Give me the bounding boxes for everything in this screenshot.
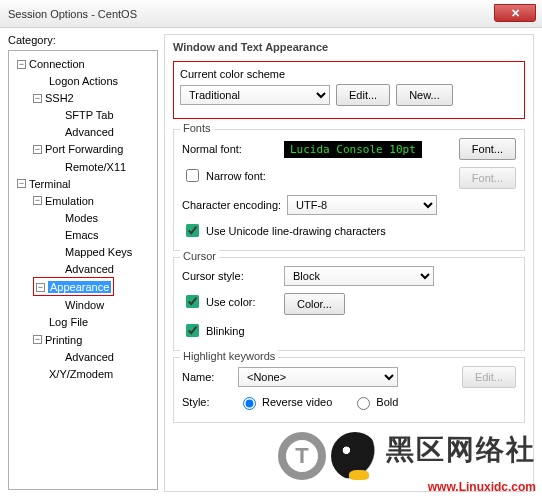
cursor-style-select[interactable]: Block <box>284 266 434 286</box>
title-bar: Session Options - CentOS ✕ <box>0 0 542 28</box>
category-tree[interactable]: −Connection Logon Actions −SSH2 SFTP Tab… <box>8 50 158 490</box>
tree-log-file[interactable]: Log File <box>49 317 88 329</box>
tree-modes[interactable]: Modes <box>65 212 98 224</box>
tree-port-forwarding[interactable]: Port Forwarding <box>45 144 123 156</box>
category-label: Category: <box>8 34 158 46</box>
narrow-font-checkbox[interactable] <box>186 169 199 182</box>
narrow-font-button: Font... <box>459 167 516 189</box>
close-icon: ✕ <box>511 7 520 20</box>
tree-print-advanced[interactable]: Advanced <box>65 351 114 363</box>
fonts-group: Fonts Normal font: Lucida Console 10pt F… <box>173 129 525 251</box>
tree-printing[interactable]: Printing <box>45 334 82 346</box>
color-scheme-legend: Current color scheme <box>180 68 518 80</box>
expand-icon[interactable]: − <box>33 335 42 344</box>
highlight-edit-button: Edit... <box>462 366 516 388</box>
tree-emulation[interactable]: Emulation <box>45 195 94 207</box>
blinking-checkbox[interactable] <box>186 324 199 337</box>
use-color-label: Use color: <box>206 296 256 308</box>
cursor-legend: Cursor <box>180 250 219 262</box>
tree-xyzmodem[interactable]: X/Y/Zmodem <box>49 368 113 380</box>
reverse-video-label: Reverse video <box>262 396 332 408</box>
color-scheme-select[interactable]: Traditional <box>180 85 330 105</box>
tree-window[interactable]: Window <box>65 299 104 311</box>
tree-ssh2[interactable]: SSH2 <box>45 92 74 104</box>
normal-font-preview: Lucida Console 10pt <box>284 141 422 158</box>
unicode-lines-label: Use Unicode line-drawing characters <box>206 225 386 237</box>
normal-font-button[interactable]: Font... <box>459 138 516 160</box>
expand-icon[interactable]: − <box>36 283 45 292</box>
blinking-label: Blinking <box>206 325 245 337</box>
highlight-legend: Highlight keywords <box>180 350 278 362</box>
cursor-color-button[interactable]: Color... <box>284 293 345 315</box>
use-color-checkbox[interactable] <box>186 295 199 308</box>
edit-scheme-button[interactable]: Edit... <box>336 84 390 106</box>
tree-emacs[interactable]: Emacs <box>65 229 99 241</box>
fonts-legend: Fonts <box>180 122 214 134</box>
expand-icon[interactable]: − <box>33 94 42 103</box>
tree-logon-actions[interactable]: Logon Actions <box>49 75 118 87</box>
expand-icon[interactable]: − <box>17 179 26 188</box>
expand-icon[interactable]: − <box>17 60 26 69</box>
tree-ssh2-advanced[interactable]: Advanced <box>65 126 114 138</box>
unicode-lines-checkbox[interactable] <box>186 224 199 237</box>
encoding-select[interactable]: UTF-8 <box>287 195 437 215</box>
encoding-label: Character encoding: <box>182 199 281 211</box>
highlight-style-label: Style: <box>182 396 232 408</box>
tree-sftp-tab[interactable]: SFTP Tab <box>65 109 114 121</box>
normal-font-label: Normal font: <box>182 143 278 155</box>
narrow-font-label: Narrow font: <box>206 170 266 182</box>
cursor-style-label: Cursor style: <box>182 270 278 282</box>
bold-label: Bold <box>376 396 398 408</box>
highlight-name-label: Name: <box>182 371 232 383</box>
color-scheme-group: Current color scheme Traditional Edit...… <box>173 61 525 119</box>
expand-icon[interactable]: − <box>33 196 42 205</box>
highlight-group: Highlight keywords Name: <None> Edit... … <box>173 357 525 423</box>
tree-mapped-keys[interactable]: Mapped Keys <box>65 246 132 258</box>
window-title: Session Options - CentOS <box>8 8 137 20</box>
tree-appearance[interactable]: Appearance <box>48 281 111 293</box>
tree-remote-x11[interactable]: Remote/X11 <box>65 161 126 173</box>
bold-radio[interactable] <box>357 397 370 410</box>
tree-connection[interactable]: Connection <box>29 58 85 70</box>
new-scheme-button[interactable]: New... <box>396 84 453 106</box>
expand-icon[interactable]: − <box>33 145 42 154</box>
panel-title: Window and Text Appearance <box>173 41 525 53</box>
reverse-video-radio[interactable] <box>243 397 256 410</box>
tree-terminal[interactable]: Terminal <box>29 178 71 190</box>
highlight-name-select[interactable]: <None> <box>238 367 398 387</box>
cursor-group: Cursor Cursor style: Block Use color: Co… <box>173 257 525 351</box>
close-button[interactable]: ✕ <box>494 4 536 22</box>
tree-emu-advanced[interactable]: Advanced <box>65 263 114 275</box>
